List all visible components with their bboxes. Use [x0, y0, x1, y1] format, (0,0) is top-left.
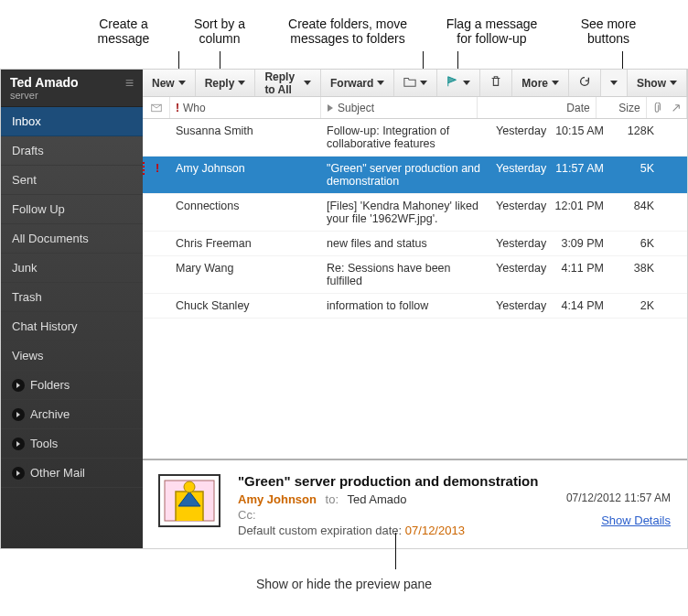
chevron-right-icon — [12, 438, 25, 450]
paperclip-icon — [652, 103, 661, 113]
checkbox-column[interactable] — [143, 97, 170, 118]
show-details-link[interactable]: Show Details — [601, 513, 671, 527]
chevron-down-icon — [238, 81, 245, 85]
chevron-right-icon — [12, 467, 25, 480]
sidebar-item-other-mail[interactable]: Other Mail — [1, 459, 143, 488]
trash-icon — [489, 75, 502, 91]
message-row[interactable]: !Amy Johnson"Green" server production an… — [143, 157, 687, 194]
date-cell: Yesterday3:09 PM — [490, 237, 609, 250]
sidebar-item-inbox[interactable]: Inbox — [1, 107, 143, 136]
trash-button[interactable] — [480, 70, 512, 96]
svg-point-3 — [184, 481, 195, 492]
subject-cell: information to follow — [321, 299, 490, 312]
preview-to-label: to: — [326, 492, 339, 506]
chevron-down-icon — [178, 81, 186, 85]
sidebar-item-label: Follow Up — [12, 202, 65, 216]
subject-column[interactable]: Subject — [321, 97, 478, 118]
preview-to: Ted Amado — [347, 492, 406, 506]
message-row[interactable]: Chuck Stanleyinformation to followYester… — [143, 294, 687, 319]
callout-create-folders: Create folders, move messages to folders — [274, 16, 421, 46]
flag-button[interactable] — [437, 70, 480, 96]
sidebar-item-label: Sent — [12, 173, 37, 187]
sidebar-item-follow-up[interactable]: Follow Up — [1, 195, 143, 224]
flag-icon — [446, 75, 459, 91]
menu-icon[interactable]: ≡ — [125, 75, 134, 92]
callout-sort-column: Sort by a column — [188, 16, 252, 46]
priority-icon: ! — [176, 102, 179, 114]
sidebar-item-label: Other Mail — [30, 466, 85, 480]
preview-pane: "Green" server production and demonstrat… — [143, 459, 687, 548]
sidebar-item-trash[interactable]: Trash — [1, 283, 143, 312]
message-list: Susanna SmithFollow-up: Integration of c… — [143, 119, 687, 459]
sidebar-item-junk[interactable]: Junk — [1, 254, 143, 283]
chevron-right-icon — [12, 408, 25, 421]
sidebar-item-all-documents[interactable]: All Documents — [1, 224, 143, 254]
chevron-down-icon — [670, 81, 677, 85]
bottom-callout: Show or hide the preview pane — [0, 549, 688, 600]
folder-button[interactable] — [394, 70, 437, 96]
reply-button[interactable]: Reply — [196, 70, 256, 96]
who-cell: Chris Freeman — [170, 237, 321, 250]
callout-see-more: See more buttons — [572, 16, 645, 46]
sidebar-item-label: All Documents — [12, 232, 89, 245]
forward-button[interactable]: Forward — [321, 70, 394, 96]
size-column[interactable]: Size — [597, 97, 647, 118]
date-column[interactable]: Date — [478, 97, 597, 118]
preview-cc-label: Cc: — [238, 508, 256, 522]
attachment-column[interactable] — [647, 97, 687, 118]
size-cell: 6K — [609, 237, 660, 250]
toolbar: New Reply Reply to All Forward More Show — [143, 70, 687, 97]
envelope-icon — [151, 103, 162, 113]
sidebar-item-chat-history[interactable]: Chat History — [1, 312, 143, 341]
chevron-right-icon — [12, 379, 25, 392]
date-cell: Yesterday12:01 PM — [490, 200, 609, 212]
preview-from[interactable]: Amy Johnson — [238, 492, 317, 506]
message-row[interactable]: Chris Freemannew files and statusYesterd… — [143, 232, 687, 256]
message-row[interactable]: Connections[Files] 'Kendra Mahoney' like… — [143, 194, 687, 232]
message-row[interactable]: Mary WangRe: Sessions have been fulfille… — [143, 256, 687, 294]
size-cell: 128K — [609, 124, 660, 137]
reply-all-button[interactable]: Reply to All — [255, 70, 321, 96]
sidebar-header: Ted Amado server ≡ — [1, 70, 143, 107]
refresh-button[interactable] — [569, 70, 601, 96]
message-row[interactable]: Susanna SmithFollow-up: Integration of c… — [143, 119, 687, 157]
refresh-icon — [578, 75, 591, 91]
sidebar-item-label: Trash — [12, 290, 42, 304]
flag-cell: ! — [143, 162, 170, 175]
sidebar-item-label: Archive — [30, 407, 70, 421]
subject-cell: "Green" server production and demonstrat… — [321, 162, 490, 188]
subject-cell: [Files] 'Kendra Mahoney' liked your file… — [321, 200, 490, 225]
subject-cell: Follow-up: Integration of collaborative … — [321, 124, 490, 150]
chevron-down-icon — [377, 81, 384, 85]
sidebar-item-label: Chat History — [12, 319, 78, 333]
sidebar-item-folders[interactable]: Folders — [1, 371, 143, 400]
sidebar-server: server — [10, 90, 79, 101]
more-button[interactable]: More — [512, 70, 569, 96]
sidebar-item-archive[interactable]: Archive — [1, 400, 143, 429]
preview-sender-icon — [157, 473, 221, 528]
sidebar-item-tools[interactable]: Tools — [1, 429, 143, 459]
date-cell: Yesterday10:15 AM — [490, 124, 609, 137]
sidebar-nav: InboxDraftsSentFollow UpAll DocumentsJun… — [1, 107, 143, 488]
show-button[interactable]: Show — [628, 70, 687, 96]
callout-create-message: Create a message — [87, 16, 160, 46]
sidebar-item-label: Junk — [12, 261, 37, 275]
sidebar-user: Ted Amado — [10, 75, 79, 90]
sidebar-item-label: Tools — [30, 437, 58, 450]
who-column[interactable]: !Who — [170, 97, 321, 118]
new-button[interactable]: New — [143, 70, 196, 96]
top-callouts: Create a message Sort by a column Create… — [0, 0, 688, 69]
chevron-down-icon — [610, 81, 618, 85]
priority-flag-icon: ! — [156, 162, 159, 175]
chevron-down-icon — [304, 81, 311, 85]
who-cell: Amy Johnson — [170, 162, 321, 175]
sidebar-item-label: Inbox — [12, 114, 41, 128]
who-cell: Mary Wang — [170, 262, 321, 275]
preview-expiration-label: Default custom expiration date: — [238, 524, 405, 537]
sidebar-item-views[interactable]: Views — [1, 341, 143, 371]
overflow-button[interactable] — [601, 70, 628, 96]
sidebar-item-drafts[interactable]: Drafts — [1, 136, 143, 166]
mail-app: Ted Amado server ≡ InboxDraftsSentFollow… — [0, 69, 688, 549]
sidebar-item-sent[interactable]: Sent — [1, 166, 143, 195]
sidebar-item-label: Views — [12, 349, 43, 362]
